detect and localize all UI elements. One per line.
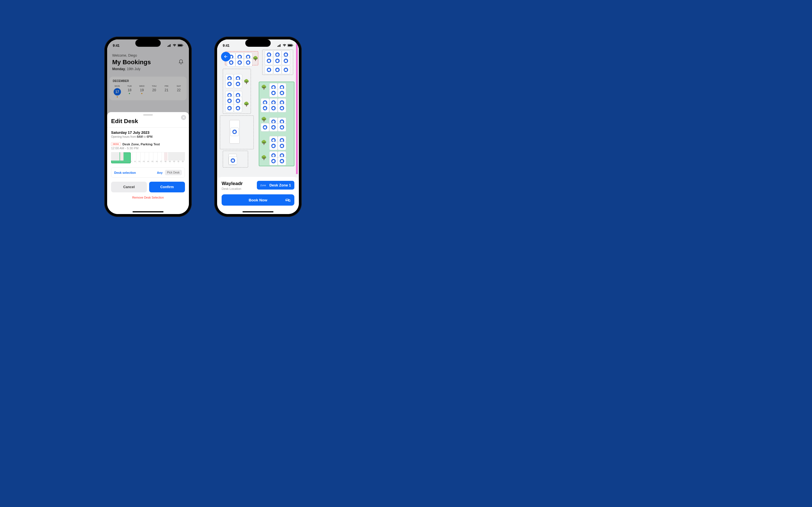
tick: 7 (115, 161, 119, 163)
desk[interactable] (278, 124, 285, 131)
desk[interactable] (274, 66, 281, 73)
desk[interactable] (226, 98, 233, 104)
desk[interactable] (274, 57, 281, 64)
sheet-title: Edit Desk (107, 115, 189, 127)
desk[interactable] (278, 90, 285, 96)
tick: 12 (137, 161, 141, 163)
search-car-icon (285, 198, 290, 203)
cancel-button[interactable]: Cancel (111, 182, 147, 192)
timeline-slider[interactable]: 678910111213141516171819202122 (111, 152, 185, 163)
book-now-label: Book Now (249, 198, 267, 202)
desk[interactable] (235, 80, 241, 87)
svg-rect-10 (280, 44, 281, 47)
book-now-button[interactable]: Book Now (221, 194, 294, 206)
desk[interactable] (266, 57, 272, 64)
option-pick-desk[interactable]: Pick Desk (165, 170, 182, 175)
tick: 18 (163, 161, 167, 163)
close-icon[interactable]: ✕ (181, 115, 186, 120)
opening-hours: Opening hours from 8AM to 6PM. (111, 135, 185, 138)
dynamic-island (245, 40, 271, 47)
battery-icon (288, 44, 293, 47)
unavailable-slot (164, 152, 167, 161)
tick: 8 (120, 161, 124, 163)
tick: 15 (150, 161, 154, 163)
closed-hours-right (168, 152, 185, 161)
booking-date: Saturday 17 July 2023 (111, 130, 185, 135)
tick: 16 (154, 161, 159, 163)
tick: 6 (111, 161, 115, 163)
zone-chip[interactable]: Zone Desk Zone 1 (257, 181, 294, 189)
booking-panel: Wayleadr Desk Location Zone Desk Zone 1 … (217, 177, 299, 214)
back-button[interactable] (221, 52, 231, 61)
dynamic-island (135, 40, 161, 47)
desk[interactable] (278, 105, 285, 112)
tick: 9 (124, 161, 128, 163)
tick: 19 (167, 161, 172, 163)
desk-selection-row: Desk selection Any Pick Desk (111, 167, 185, 178)
option-any[interactable]: Any (157, 171, 163, 174)
remove-desk-link[interactable]: Remove Desk Selection (111, 196, 185, 199)
wall (296, 42, 298, 174)
plant-icon: 🌳 (244, 101, 249, 107)
desk[interactable] (231, 128, 238, 135)
svg-rect-13 (293, 45, 293, 46)
svg-rect-12 (288, 45, 292, 46)
floor-map[interactable]: 🌳 (217, 40, 299, 177)
desk[interactable] (270, 143, 277, 149)
location-name: Wayleadr (221, 181, 243, 186)
booking-time-range: 12:00 AM - 5:30 PM (111, 147, 185, 150)
desk[interactable] (230, 157, 236, 164)
desk[interactable] (226, 105, 233, 112)
desk-pill: DESK (111, 142, 121, 146)
home-indicator[interactable] (133, 211, 163, 212)
desk[interactable] (226, 80, 233, 87)
desk[interactable] (270, 90, 277, 96)
desk[interactable] (235, 105, 241, 112)
location-subtitle: Desk Location (221, 187, 243, 190)
desk[interactable] (270, 105, 277, 112)
closed-hours-left (111, 152, 119, 161)
phone-left: 9:41 Welcome, Diego My Bookings (104, 37, 192, 217)
desk[interactable] (283, 57, 289, 64)
zone-name: Desk Zone, Parking Test (122, 143, 160, 146)
svg-point-14 (286, 200, 287, 201)
signal-icon (277, 44, 282, 47)
confirm-button[interactable]: Confirm (149, 182, 185, 192)
wifi-icon (283, 44, 287, 47)
desk[interactable] (278, 143, 285, 149)
tick: 17 (159, 161, 163, 163)
home-indicator[interactable] (243, 211, 273, 212)
plant-icon: 🌳 (261, 140, 267, 145)
plant-icon: 🌳 (244, 79, 249, 84)
plant-icon: 🌳 (261, 84, 267, 90)
edit-desk-sheet: ✕ Edit Desk Saturday 17 July 2023 Openin… (107, 112, 189, 214)
desk[interactable] (262, 105, 268, 112)
tick: 21 (176, 161, 181, 163)
desk[interactable] (270, 158, 277, 165)
zone-chip-value: Desk Zone 1 (269, 183, 291, 187)
arrow-left-icon (223, 54, 228, 59)
unavailable-slot (120, 152, 123, 161)
desk[interactable] (278, 158, 285, 165)
tick: 13 (142, 161, 146, 163)
desk[interactable] (235, 98, 241, 104)
plant-icon: 🌳 (253, 56, 258, 61)
selection-label: Desk selection (114, 171, 136, 174)
tick: 22 (181, 161, 185, 163)
tick: 20 (172, 161, 176, 163)
phone-right: 🌳 (214, 37, 302, 217)
timeline-ticks: 678910111213141516171819202122 (111, 161, 185, 163)
tick: 10 (129, 161, 133, 163)
desk[interactable] (245, 59, 252, 66)
desk[interactable] (283, 66, 289, 73)
desk[interactable] (236, 59, 243, 66)
tick: 11 (133, 161, 137, 163)
svg-rect-8 (278, 45, 279, 47)
status-indicators (277, 44, 293, 47)
desk[interactable] (262, 124, 268, 131)
desk[interactable] (266, 66, 272, 73)
svg-rect-7 (277, 46, 278, 47)
plant-icon: 🌳 (261, 117, 267, 122)
plant-icon: 🌳 (261, 155, 267, 161)
desk[interactable] (270, 124, 277, 131)
